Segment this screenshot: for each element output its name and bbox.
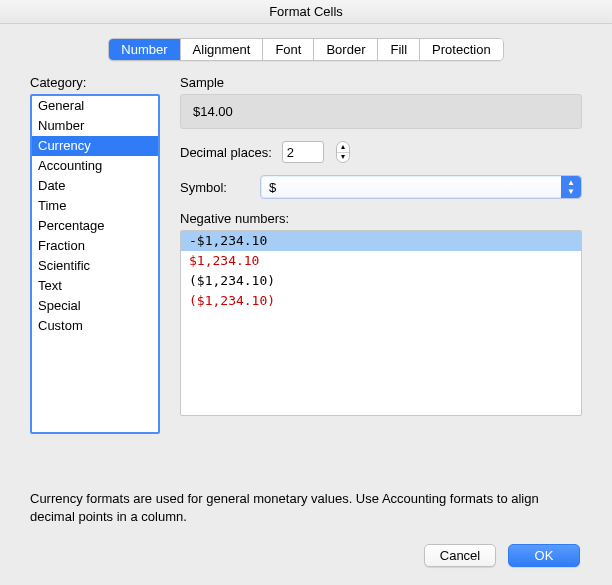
symbol-label: Symbol: [180, 180, 250, 195]
stepper-up-icon[interactable]: ▴ [337, 142, 349, 153]
ok-button[interactable]: OK [508, 544, 580, 567]
dialog-content: NumberAlignmentFontBorderFillProtection … [0, 24, 612, 585]
negative-format-option[interactable]: ($1,234.10) [181, 291, 581, 311]
tab-protection[interactable]: Protection [420, 39, 503, 60]
negative-format-option[interactable]: $1,234.10 [181, 251, 581, 271]
dropdown-arrows-icon: ▲▼ [561, 176, 581, 198]
decimal-places-label: Decimal places: [180, 145, 272, 160]
negative-numbers-list[interactable]: -$1,234.10$1,234.10($1,234.10)($1,234.10… [180, 230, 582, 416]
category-label: Category: [30, 75, 160, 90]
category-item-general[interactable]: General [32, 96, 158, 116]
category-item-percentage[interactable]: Percentage [32, 216, 158, 236]
category-list[interactable]: GeneralNumberCurrencyAccountingDateTimeP… [30, 94, 160, 434]
category-description: Currency formats are used for general mo… [30, 490, 582, 526]
category-item-accounting[interactable]: Accounting [32, 156, 158, 176]
negative-format-option[interactable]: -$1,234.10 [181, 231, 581, 251]
category-item-number[interactable]: Number [32, 116, 158, 136]
tab-fill[interactable]: Fill [378, 39, 420, 60]
tab-number[interactable]: Number [109, 39, 180, 60]
symbol-select[interactable]: $ ▲▼ [260, 175, 582, 199]
tab-bar: NumberAlignmentFontBorderFillProtection [30, 38, 582, 61]
category-item-special[interactable]: Special [32, 296, 158, 316]
category-item-scientific[interactable]: Scientific [32, 256, 158, 276]
category-item-text[interactable]: Text [32, 276, 158, 296]
stepper-down-icon[interactable]: ▾ [337, 153, 349, 163]
cancel-button[interactable]: Cancel [424, 544, 496, 567]
decimal-places-stepper[interactable]: ▴ ▾ [336, 141, 350, 163]
negative-format-option[interactable]: ($1,234.10) [181, 271, 581, 291]
negative-numbers-label: Negative numbers: [180, 211, 582, 226]
tab-alignment[interactable]: Alignment [181, 39, 264, 60]
category-item-time[interactable]: Time [32, 196, 158, 216]
tab-border[interactable]: Border [314, 39, 378, 60]
tab-font[interactable]: Font [263, 39, 314, 60]
dialog-footer: Cancel OK [30, 544, 582, 567]
category-item-fraction[interactable]: Fraction [32, 236, 158, 256]
category-item-custom[interactable]: Custom [32, 316, 158, 336]
decimal-places-input[interactable] [282, 141, 324, 163]
category-item-date[interactable]: Date [32, 176, 158, 196]
sample-label: Sample [180, 75, 582, 90]
sample-value: $14.00 [180, 94, 582, 129]
category-item-currency[interactable]: Currency [32, 136, 158, 156]
symbol-value: $ [269, 180, 276, 195]
window-title: Format Cells [0, 0, 612, 24]
tab-group: NumberAlignmentFontBorderFillProtection [108, 38, 503, 61]
